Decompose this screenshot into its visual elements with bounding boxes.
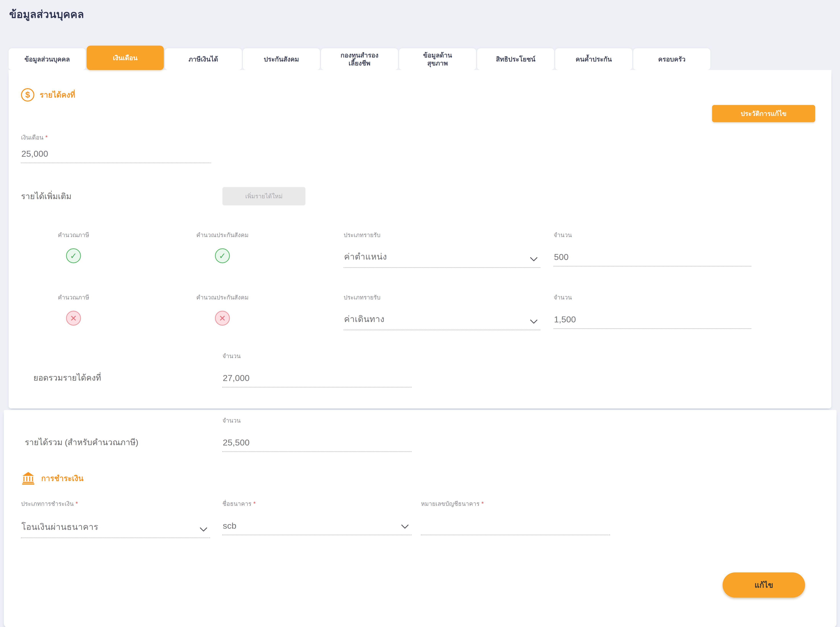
required-asterisk: * xyxy=(45,134,47,141)
tab-family[interactable]: ครอบครัว xyxy=(633,48,710,70)
required-asterisk: * xyxy=(481,501,484,507)
bank-name-label: ชื่อธนาคาร* xyxy=(222,499,411,509)
taxable-income-label: รายได้รวม (สำหรับคำนวณภาษี) xyxy=(21,436,222,449)
bank-icon xyxy=(21,471,36,485)
tab-benefits[interactable]: สิทธิประโยชน์ xyxy=(477,48,554,70)
edit-button[interactable]: แก้ไข xyxy=(723,572,805,598)
income-amount-label: จำนวน xyxy=(554,293,751,302)
chevron-down-icon xyxy=(530,319,537,324)
income-type-select[interactable]: ค่าเดินทาง xyxy=(344,302,540,330)
calc-tax-label: คำนวณภาษี xyxy=(58,293,89,302)
salary-label: เงินเดือน* xyxy=(21,133,211,142)
bank-account-input[interactable] xyxy=(421,509,610,535)
fixed-income-section-header: $ รายได้คงที่ xyxy=(21,88,815,102)
total-fixed-income-value: 27,000 xyxy=(222,361,411,388)
tab-social-security[interactable]: ประกันสังคม xyxy=(243,48,320,70)
income-type-label: ประเภทรายรับ xyxy=(344,293,540,302)
tab-provident-fund[interactable]: กองทุนสำรอง เลี้ยงชีพ xyxy=(321,48,398,70)
tax-included-icon: ✓ xyxy=(66,248,81,263)
chevron-down-icon xyxy=(530,257,537,262)
total-amount-label: จำนวน xyxy=(222,351,411,361)
income-type-select[interactable]: ค่าตำแหน่ง xyxy=(344,240,540,268)
tab-guarantor[interactable]: คนค้ำประกัน xyxy=(555,48,632,70)
required-asterisk: * xyxy=(253,501,255,507)
sso-excluded-icon: ✕ xyxy=(215,311,230,326)
additional-income-label: รายได้เพิ่มเติม xyxy=(21,190,222,203)
total-fixed-income-field: จำนวน 27,000 xyxy=(222,351,411,388)
payment-method-select[interactable]: โอนเงินผ่านธนาคาร xyxy=(21,509,210,538)
payment-method-label: ประเภทการชำระเงิน* xyxy=(21,499,210,509)
bank-name-select[interactable]: scb xyxy=(222,509,411,535)
taxable-amount-label: จำนวน xyxy=(222,416,411,425)
page-title: ข้อมูลส่วนบุคคล xyxy=(9,6,840,23)
sso-included-icon: ✓ xyxy=(215,248,230,263)
income-amount-input[interactable]: 1,500 xyxy=(554,302,751,329)
salary-field: เงินเดือน* 25,000 xyxy=(21,133,211,163)
payment-method-field: ประเภทการชำระเงิน* โอนเงินผ่านธนาคาร xyxy=(21,499,210,538)
tax-excluded-icon: ✕ xyxy=(66,311,81,326)
add-income-button[interactable]: เพิ่มรายได้ใหม่ xyxy=(222,187,306,205)
payment-section-title: การชำระเงิน xyxy=(41,472,84,484)
payment-card: รายได้รวม (สำหรับคำนวณภาษี) จำนวน 25,500… xyxy=(4,410,837,627)
dollar-circle-icon: $ xyxy=(21,88,35,102)
tab-salary[interactable]: เงินเดือน xyxy=(87,46,164,70)
income-type-label: ประเภทรายรับ xyxy=(344,230,540,240)
taxable-income-field: จำนวน 25,500 xyxy=(222,416,411,452)
calc-sso-label: คำนวณประกันสังคม xyxy=(196,293,249,302)
edit-history-button[interactable]: ประวัติการแก้ไข xyxy=(712,105,815,122)
tab-income-tax[interactable]: ภาษีเงินได้ xyxy=(165,48,242,70)
chevron-down-icon xyxy=(200,527,207,532)
income-amount-label: จำนวน xyxy=(554,230,751,240)
payment-section-header: การชำระเงิน xyxy=(21,471,816,485)
bank-name-field: ชื่อธนาคาร* scb xyxy=(222,499,411,538)
income-row: คำนวณภาษี ✕ คำนวณประกันสังคม ✕ ประเภทราย… xyxy=(21,293,815,330)
total-fixed-income-label: ยอดรวมรายได้คงที่ xyxy=(21,371,222,384)
salary-input[interactable]: 25,000 xyxy=(21,142,211,163)
tab-personal-info[interactable]: ข้อมูลส่วนบุคคล xyxy=(9,48,86,70)
fixed-income-section-title: รายได้คงที่ xyxy=(40,89,75,101)
bank-account-label: หมายเลขบัญชีธนาคาร* xyxy=(421,499,610,509)
tab-bar: ข้อมูลส่วนบุคคล เงินเดือน ภาษีเงินได้ ปร… xyxy=(9,46,831,70)
chevron-down-icon xyxy=(401,524,409,529)
income-row: คำนวณภาษี ✓ คำนวณประกันสังคม ✓ ประเภทราย… xyxy=(21,230,815,268)
income-amount-input[interactable]: 500 xyxy=(554,240,751,266)
bank-account-field: หมายเลขบัญชีธนาคาร* xyxy=(421,499,610,538)
tab-health-info[interactable]: ข้อมูลด้าน สุขภาพ xyxy=(399,48,476,70)
required-asterisk: * xyxy=(76,501,78,507)
calc-tax-label: คำนวณภาษี xyxy=(58,230,89,240)
taxable-income-value: 25,500 xyxy=(222,425,411,452)
fixed-income-card: $ รายได้คงที่ ประวัติการแก้ไข เงินเดือน*… xyxy=(9,70,831,408)
calc-sso-label: คำนวณประกันสังคม xyxy=(196,230,249,240)
